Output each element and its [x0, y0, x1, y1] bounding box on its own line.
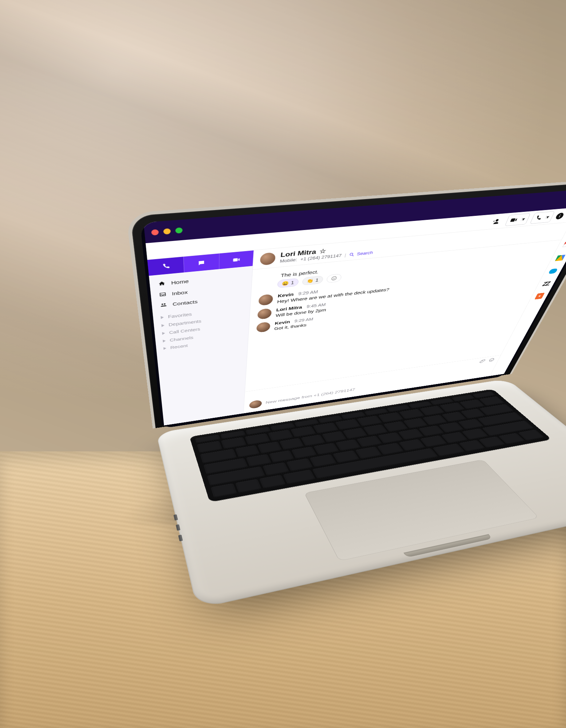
svg-point-8 [489, 358, 495, 362]
message-avatar[interactable] [257, 308, 272, 320]
contacts-icon [160, 302, 168, 308]
inbox-icon [158, 291, 167, 298]
sidebar: Home Inbox Contacts [147, 250, 254, 426]
section-recent[interactable]: Recent [161, 335, 244, 353]
message-author: Lori Mitra [276, 305, 303, 312]
section-favorites[interactable]: Favorites [158, 304, 245, 322]
window-controls [151, 227, 183, 236]
svg-point-9 [491, 359, 491, 360]
laptop-base: ▾ ▾ [156, 379, 566, 609]
nav-contacts[interactable]: Contacts [157, 291, 246, 311]
paperclip-icon [479, 359, 486, 364]
message-text: Got it, thanks [274, 322, 313, 331]
minimize-window-button[interactable] [163, 228, 171, 234]
app-window: ▾ ▾ [144, 188, 566, 426]
section-departments[interactable]: Departments [159, 312, 245, 330]
gmail-icon [562, 241, 566, 247]
add-reaction-button[interactable] [326, 274, 342, 283]
contact-avatar[interactable] [260, 252, 276, 265]
smile-plus-icon [330, 276, 337, 281]
star-button[interactable]: ☆ [319, 247, 326, 255]
nav-label: Contacts [172, 299, 197, 306]
message-text: Hey! Where are we at with the deck updat… [277, 287, 390, 304]
drive-icon [555, 255, 565, 261]
nav-inbox[interactable]: Inbox [156, 281, 247, 301]
chat-icon [197, 260, 205, 266]
close-window-button[interactable] [151, 229, 159, 235]
svg-point-10 [492, 359, 493, 360]
message-avatar[interactable] [256, 321, 270, 333]
audio-call-button[interactable]: ▾ [530, 211, 555, 224]
section-channels[interactable]: Channels [160, 328, 244, 345]
caret-right-icon [161, 324, 165, 327]
message-author: Kevin [275, 319, 290, 325]
message-text: Will be done by 2pm [275, 307, 326, 318]
caret-right-icon [161, 316, 164, 319]
info-button[interactable] [555, 212, 565, 219]
caret-right-icon [163, 340, 166, 343]
zoom-window-button[interactable] [175, 227, 182, 233]
message-time: 9:29 AM [298, 289, 318, 296]
rail-salesforce[interactable] [547, 267, 559, 275]
sidebar-tabs [147, 250, 253, 276]
contact-name: Lori Mitra [280, 248, 317, 259]
reaction-clap[interactable]: 👏1 [302, 276, 323, 285]
compose-avatar [249, 400, 262, 409]
message-time: 9:45 AM [306, 302, 326, 309]
video-call-button[interactable]: ▾ [505, 213, 531, 226]
mobile-number: +1 (264) 2791147 [300, 253, 342, 262]
info-icon [555, 212, 565, 219]
svg-rect-1 [559, 215, 560, 217]
hubspot-icon: ✶ [534, 293, 545, 300]
rail-zendesk[interactable]: ZZ [540, 280, 552, 288]
message-row: Kevin 9:29 AM Got it, thanks [256, 291, 528, 333]
add-contact-button[interactable] [486, 215, 505, 228]
section-call-centers[interactable]: Call Centers [160, 320, 245, 337]
caret-right-icon [162, 332, 165, 335]
emoji-icon: 👏 [306, 278, 314, 284]
chevron-down-icon: ▾ [545, 215, 550, 219]
app-header: ▾ ▾ [146, 206, 566, 260]
caret-right-icon [164, 347, 166, 350]
nav-home[interactable]: Home [155, 270, 248, 290]
rail-gmail[interactable] [561, 240, 566, 248]
search-in-conversation[interactable]: Search [349, 250, 373, 257]
attachment-button[interactable] [479, 359, 486, 364]
sidebar-tab-video[interactable] [219, 250, 254, 269]
salesforce-icon [548, 268, 558, 274]
svg-line-4 [352, 255, 354, 256]
nav-label: Inbox [172, 289, 188, 296]
svg-rect-2 [560, 214, 561, 215]
emoji-button[interactable] [488, 357, 495, 362]
emoji-icon: 😄 [282, 281, 289, 286]
nav-label: Home [171, 278, 189, 285]
svg-point-3 [350, 253, 353, 256]
message-avatar[interactable] [258, 294, 273, 306]
svg-point-7 [334, 278, 335, 278]
zendesk-icon: ZZ [541, 280, 551, 288]
chevron-down-icon: ▾ [521, 217, 526, 221]
add-person-icon [490, 217, 501, 225]
smile-icon [488, 357, 495, 362]
svg-point-6 [333, 278, 334, 278]
message-time: 9:29 AM [294, 317, 314, 323]
svg-point-0 [556, 213, 564, 219]
video-icon [509, 216, 519, 223]
mobile-label: Mobile: [280, 257, 298, 264]
reaction-smile[interactable]: 😄1 [277, 278, 299, 288]
rail-hubspot[interactable]: ✶ [534, 292, 545, 300]
previous-message-text: The is perfect. [280, 246, 552, 278]
video-icon [232, 256, 240, 263]
phone-icon [162, 263, 170, 270]
sidebar-tab-chat[interactable] [183, 253, 219, 272]
conversation-pane: Lori Mitra ☆ Mobile: +1 (264) 2791147 | [244, 222, 566, 413]
search-icon [349, 252, 355, 257]
phone-icon [534, 214, 543, 221]
sidebar-tab-phone[interactable] [147, 257, 184, 276]
message-author: Kevin [278, 292, 294, 298]
laptop-lid: ▾ ▾ [130, 181, 566, 433]
svg-point-5 [331, 276, 337, 280]
rail-drive[interactable] [554, 254, 566, 262]
conversation-header: Lori Mitra ☆ Mobile: +1 (264) 2791147 | [253, 222, 566, 270]
home-icon [158, 280, 166, 287]
